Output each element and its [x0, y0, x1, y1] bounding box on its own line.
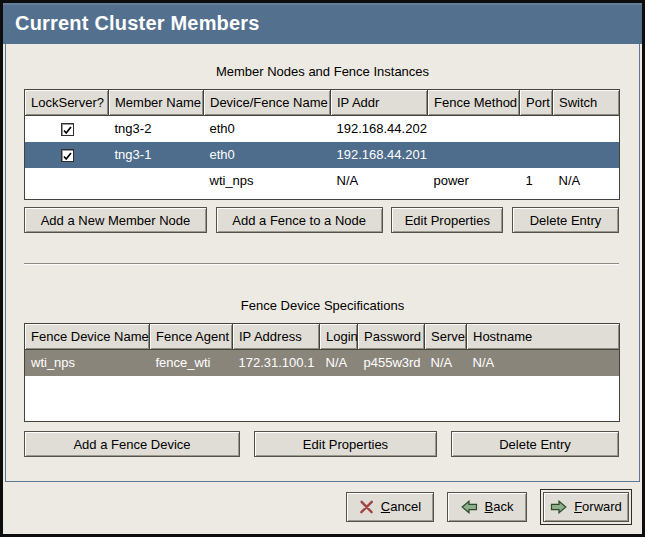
back-label: Back: [485, 499, 514, 514]
member-buttons-row: Add a New Member Node Add a Fence to a N…: [24, 207, 619, 233]
cell-ip-address: 172.31.100.1: [233, 350, 320, 376]
column-header-ip-address[interactable]: IP Address: [233, 324, 320, 350]
column-header-lockserver[interactable]: LockServer?: [25, 90, 109, 116]
fence-devices-table: Fence Device Name Fence Agent IP Address…: [24, 323, 620, 422]
cell-fence-method: [428, 116, 520, 142]
edit-properties-button[interactable]: Edit Properties: [254, 431, 437, 457]
title-bar: Current Cluster Members: [3, 3, 642, 44]
members-section-title: Member Nodes and Fence Instances: [24, 44, 621, 79]
cell-password: p455w3rd: [358, 350, 425, 376]
member-row-tng3-2[interactable]: tng3-2 eth0 192.168.44.202: [25, 116, 620, 142]
cell-switch: N/A: [553, 168, 620, 194]
column-header-member-name[interactable]: Member Name: [109, 90, 204, 116]
fence-devices-section-title: Fence Device Specifications: [24, 265, 621, 313]
column-header-password[interactable]: Password: [358, 324, 425, 350]
cell-member-name: tng3-1: [109, 142, 204, 168]
cell-port: [520, 116, 553, 142]
cell-switch: [553, 142, 620, 168]
column-header-switch[interactable]: Switch: [553, 90, 620, 116]
table-filler: [25, 376, 620, 422]
cell-port: 1: [520, 168, 553, 194]
forward-button[interactable]: Forward: [543, 492, 629, 522]
column-header-port[interactable]: Port: [520, 90, 553, 116]
column-header-fence-device-name[interactable]: Fence Device Name: [25, 324, 150, 350]
cell-ip-addr: 192.168.44.202: [331, 116, 428, 142]
cell-server: N/A: [425, 350, 467, 376]
member-row-tng3-1-selected[interactable]: tng3-1 eth0 192.168.44.201: [25, 142, 620, 168]
cell-fence-method: [428, 142, 520, 168]
add-fence-to-node-button[interactable]: Add a Fence to a Node: [216, 207, 383, 233]
column-header-login[interactable]: Login: [320, 324, 358, 350]
table-filler: [25, 194, 620, 200]
cell-login: N/A: [320, 350, 358, 376]
cell-fence-device-name: wti_nps: [25, 350, 150, 376]
fence-device-row-wti-nps-selected[interactable]: wti_nps fence_wti 172.31.100.1 N/A p455w…: [25, 350, 620, 376]
delete-entry-button[interactable]: Delete Entry: [512, 207, 619, 233]
lockserver-checkbox[interactable]: [61, 123, 74, 136]
member-row-wti-nps[interactable]: wti_nps N/A power 1 N/A: [25, 168, 620, 194]
fence-table-header-row: Fence Device Name Fence Agent IP Address…: [25, 324, 620, 350]
column-header-fence-method[interactable]: Fence Method: [428, 90, 520, 116]
cell-port: [520, 142, 553, 168]
cell-device-fence-name: eth0: [204, 142, 331, 168]
check-icon: [62, 151, 73, 162]
delete-entry-button[interactable]: Delete Entry: [451, 431, 619, 457]
forward-label: Forward: [574, 499, 622, 514]
cell-fence-agent: fence_wti: [150, 350, 233, 376]
column-header-device-fence-name[interactable]: Device/Fence Name: [204, 90, 331, 116]
cell-device-fence-name: eth0: [204, 116, 331, 142]
cell-hostname: N/A: [467, 350, 620, 376]
cell-fence-method: power: [428, 168, 520, 194]
cell-switch: [553, 116, 620, 142]
cell-ip-addr: N/A: [331, 168, 428, 194]
add-new-member-node-button[interactable]: Add a New Member Node: [24, 207, 207, 233]
cancel-button[interactable]: Cancel: [346, 492, 434, 522]
lockserver-checkbox[interactable]: [61, 149, 74, 162]
fence-buttons-row: Add a Fence Device Edit Properties Delet…: [24, 431, 619, 457]
cell-member-name: [109, 168, 204, 194]
column-header-ip-addr[interactable]: IP Addr: [331, 90, 428, 116]
check-icon: [62, 125, 73, 136]
page-title: Current Cluster Members: [15, 12, 260, 35]
member-table-header-row: LockServer? Member Name Device/Fence Nam…: [25, 90, 620, 116]
member-nodes-table: LockServer? Member Name Device/Fence Nam…: [24, 89, 620, 200]
cell-device-fence-name: wti_nps: [204, 168, 331, 194]
default-button-ring: Forward: [540, 489, 632, 525]
column-header-hostname[interactable]: Hostname: [467, 324, 620, 350]
cell-member-name: tng3-2: [109, 116, 204, 142]
add-fence-device-button[interactable]: Add a Fence Device: [24, 431, 240, 457]
column-header-server[interactable]: Server: [425, 324, 467, 350]
current-cluster-members-window: Current Cluster Members Member Nodes and…: [0, 0, 645, 537]
wizard-footer: Cancel Back Forward: [3, 482, 642, 531]
cancel-label: Cancel: [381, 499, 421, 514]
cancel-x-icon: [359, 500, 374, 514]
content-panel: Member Nodes and Fence Instances LockSer…: [5, 44, 640, 482]
edit-properties-button[interactable]: Edit Properties: [391, 207, 503, 233]
arrow-right-icon: [550, 500, 567, 514]
cell-ip-addr: 192.168.44.201: [331, 142, 428, 168]
column-header-fence-agent[interactable]: Fence Agent: [150, 324, 233, 350]
arrow-left-icon: [461, 500, 478, 514]
back-button[interactable]: Back: [447, 492, 527, 522]
